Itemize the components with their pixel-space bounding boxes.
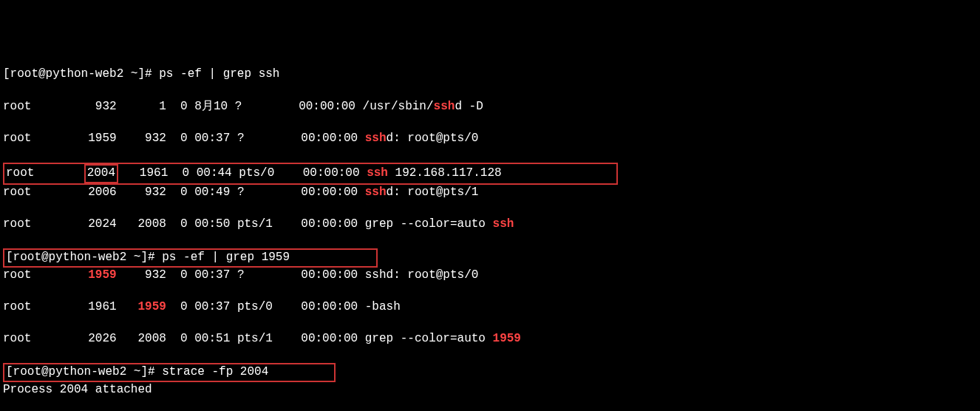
match-highlight: ssh xyxy=(434,100,455,113)
match-highlight: 1959 xyxy=(137,300,166,313)
highlighted-pid: 2004 xyxy=(84,164,118,183)
highlighted-command: [root@python-web2 ~]# strace -fp 2004 xyxy=(3,363,336,382)
highlighted-row: root 2004 1961 0 00:44 pts/0 00:00:00 ss… xyxy=(3,163,618,185)
shell-prompt: [root@python-web2 ~]# xyxy=(6,365,162,378)
ps-row: root 932 1 0 8月10 ? 00:00:00 /usr/sbin/s… xyxy=(3,99,977,115)
match-highlight: ssh xyxy=(493,217,514,231)
ps-row: root 1959 932 0 00:37 ? 00:00:00 sshd: r… xyxy=(3,268,977,284)
match-highlight: 1959 xyxy=(493,332,521,345)
highlighted-command: [root@python-web2 ~]# ps -ef | grep 1959 xyxy=(3,248,378,268)
prompt-line-1[interactable]: [root@python-web2 ~]# ps -ef | grep ssh xyxy=(3,67,977,83)
shell-prompt: [root@python-web2 ~]# xyxy=(3,67,159,81)
strace-output: Process 2004 attached xyxy=(3,382,977,398)
ps-row: root 1961 1959 0 00:37 pts/0 00:00:00 -b… xyxy=(3,299,977,316)
match-highlight: 1959 xyxy=(88,268,116,282)
shell-prompt: [root@python-web2 ~]# xyxy=(6,251,162,264)
ps-row: root 1959 932 0 00:37 ? 00:00:00 sshd: r… xyxy=(3,131,977,147)
command-text: strace -fp 2004 xyxy=(162,365,268,378)
match-highlight: ssh xyxy=(365,132,387,145)
ps-row: root 2006 932 0 00:49 ? 00:00:00 sshd: r… xyxy=(3,185,977,201)
ps-row: root 2026 2008 0 00:51 pts/1 00:00:00 gr… xyxy=(3,331,977,347)
command-text: ps -ef | grep ssh xyxy=(159,67,279,81)
command-text: ps -ef | grep 1959 xyxy=(162,251,290,264)
match-highlight: ssh xyxy=(365,186,387,199)
ps-row: root 2024 2008 0 00:50 pts/1 00:00:00 gr… xyxy=(3,217,977,233)
match-highlight: ssh xyxy=(367,166,388,180)
